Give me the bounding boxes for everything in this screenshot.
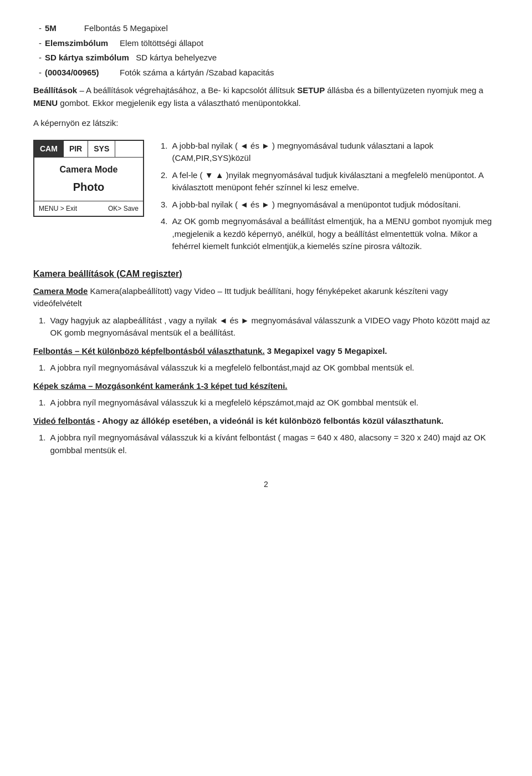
instr-num-4: 4. — [161, 215, 168, 253]
dash: - — [39, 67, 42, 79]
instr-num-1: 1. — [161, 140, 168, 165]
kepernyon-label: A képernyön ez látszik: — [33, 117, 499, 130]
instr-item-2: 2. A fel-le ( ▼ ▲ )nyilak megnyomásával … — [161, 169, 499, 194]
kepek-item-1-text: A jobbra nyíl megnyomásával válasszuk ki… — [50, 397, 499, 409]
dash: - — [39, 22, 42, 35]
beallitasok-text: – A beállítások végrehajtásához, a Be- k… — [33, 85, 483, 108]
kepek-list: 1. A jobbra nyíl megnyomásával válasszuk… — [33, 397, 499, 409]
camera-mode-heading-text: Camera Mode — [33, 286, 88, 296]
felbontas-heading: Felbontás – Két különbözö képfelbontásbó… — [33, 345, 499, 358]
screen-body: Camera Mode Photo — [34, 158, 143, 201]
felbontas-list: 1. A jobbra nyíl megnyomásával válasszuk… — [33, 362, 499, 374]
instr-text-2: A fel-le ( ▼ ▲ )nyilak megnyomásával tud… — [172, 169, 499, 194]
bullet-elemszimbolum-label: Elemszimbólum — [45, 38, 108, 48]
instr-text-3: A jobb-bal nyilak ( ◄ és ► ) megnyomásáv… — [172, 199, 499, 211]
instr-item-3: 3. A jobb-bal nyilak ( ◄ és ► ) megnyomá… — [161, 199, 499, 211]
screen-mode-value: Photo — [40, 179, 137, 195]
tab-sys: SYS — [88, 141, 115, 157]
screen-mockup: CAM PIR SYS Camera Mode Photo MENU > Exi… — [33, 140, 144, 217]
felbontas-heading-text: Felbontás – Két különbözö képfelbontásbó… — [33, 346, 265, 356]
bullet-elemszimbolum-text: Elemszimbólum Elem töltöttségi állapot — [45, 37, 499, 50]
camera-mode-heading: Camera Mode Kamera(alapbeállított) vagy … — [33, 285, 499, 310]
screen-footer-right: OK> Save — [108, 204, 139, 214]
bullet-fotok-text: (00034/00965) Fotók száma a kártyán /Sza… — [45, 67, 499, 79]
intro-bullets: - 5M Felbontás 5 Megapixel - Elemszimból… — [33, 22, 499, 79]
screen-footer-left: MENU > Exit — [39, 204, 77, 214]
kamera-section-heading: Kamera beállítások (CAM regiszter) — [33, 267, 499, 281]
num-f1: 1. — [39, 362, 46, 374]
instr-item-4: 4. Az OK gomb megnyomásával a beállítást… — [161, 215, 499, 253]
felbontas-heading-suffix: 3 Megapixel vagy 5 Megapixel. — [265, 346, 387, 356]
bullet-elemszimbolum: - Elemszimbólum Elem töltöttségi állapot — [33, 37, 499, 50]
camera-mode-item-1-text: Vagy hagyjuk az alapbeállítást , vagy a … — [50, 315, 499, 339]
num-v1: 1. — [39, 432, 46, 457]
instr-text-1: A jobb-bal nyilak ( ◄ és ► ) megnyomásáv… — [172, 140, 499, 165]
camera-mode-item-1: 1. Vagy hagyjuk az alapbeállítást , vagy… — [33, 315, 499, 339]
num-k1: 1. — [39, 397, 46, 409]
kepek-item-1: 1. A jobbra nyíl megnyomásával válasszuk… — [33, 397, 499, 409]
bullet-sd-text: SD kártya szimbólum SD kártya behelyezve — [45, 52, 499, 64]
instr-num-2: 2. — [161, 169, 168, 194]
video-heading-text: Videó felbontás — [33, 416, 95, 425]
kepek-heading-text: Képek száma – Mozgásonként kameránk 1-3 … — [33, 381, 288, 390]
screen-section: CAM PIR SYS Camera Mode Photo MENU > Exi… — [33, 140, 499, 257]
tab-pir: PIR — [64, 141, 88, 157]
instructions-list: 1. A jobb-bal nyilak ( ◄ és ► ) megnyomá… — [161, 140, 499, 257]
num-1: 1. — [39, 315, 46, 339]
screen-mode-label: Camera Mode — [40, 163, 137, 176]
kepek-heading: Képek száma – Mozgásonként kameránk 1-3 … — [33, 380, 499, 393]
felbontas-item-1: 1. A jobbra nyíl megnyomásával válasszuk… — [33, 362, 499, 374]
video-item-1-text: A jobbra nyíl megnyomásával válasszuk ki… — [50, 432, 499, 457]
screen-tabs: CAM PIR SYS — [34, 141, 143, 158]
bullet-5m-label: 5M — [45, 23, 57, 33]
tab-cam: CAM — [34, 141, 64, 157]
instr-item-1: 1. A jobb-bal nyilak ( ◄ és ► ) megnyomá… — [161, 140, 499, 165]
beallitasok-label: Beállítások — [33, 85, 77, 95]
beallitasok-paragraph: Beállítások – A beállítások végrehajtásá… — [33, 84, 499, 109]
page-number: 2 — [33, 479, 499, 490]
bullet-fotok: - (00034/00965) Fotók száma a kártyán /S… — [33, 67, 499, 79]
bullet-sd: - SD kártya szimbólum SD kártya behelyez… — [33, 52, 499, 64]
camera-mode-heading-rest: Kamera(alapbeállított) vagy Video – Itt … — [33, 286, 448, 308]
camera-mode-list: 1. Vagy hagyjuk az alapbeállítást , vagy… — [33, 315, 499, 339]
felbontas-item-1-text: A jobbra nyíl megnyomásával válasszuk ki… — [50, 362, 499, 374]
instr-text-4: Az OK gomb megnyomásával a beállítást el… — [172, 215, 499, 253]
video-heading: Videó felbontás - Ahogy az állókép eseté… — [33, 415, 499, 428]
screen-footer: MENU > Exit OK> Save — [34, 201, 143, 216]
bullet-sd-label: SD kártya szimbólum — [45, 53, 129, 62]
video-list: 1. A jobbra nyíl megnyomásával válasszuk… — [33, 432, 499, 457]
dash: - — [39, 37, 42, 50]
bullet-fotok-label: (00034/00965) — [45, 68, 99, 77]
video-item-1: 1. A jobbra nyíl megnyomásával válasszuk… — [33, 432, 499, 457]
instr-num-3: 3. — [161, 199, 168, 211]
video-heading-rest: - Ahogy az állókép esetében, a videónál … — [98, 416, 444, 425]
bullet-5m: - 5M Felbontás 5 Megapixel — [33, 22, 499, 35]
bullet-5m-text: 5M Felbontás 5 Megapixel — [45, 22, 499, 35]
dash: - — [39, 52, 42, 64]
